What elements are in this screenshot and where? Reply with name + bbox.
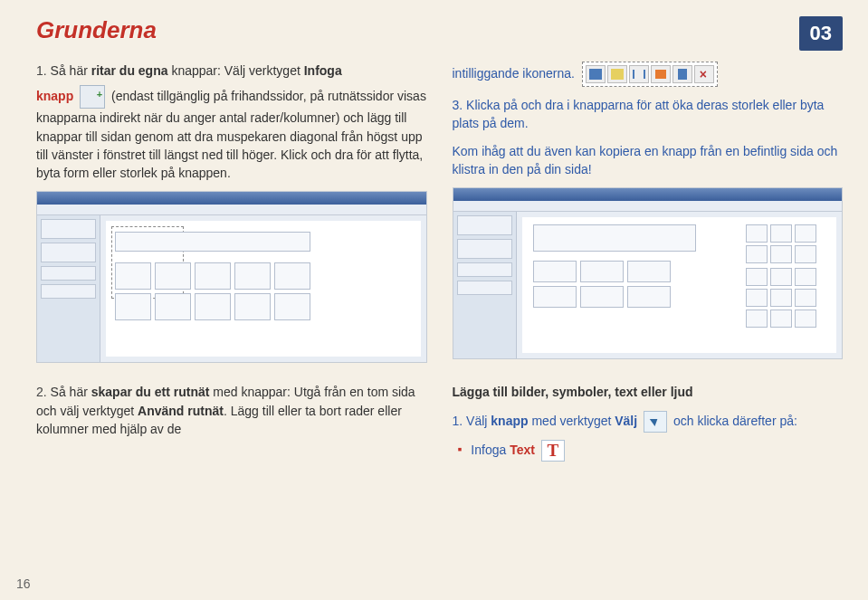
layout-cell	[533, 224, 696, 252]
text: Välj	[466, 413, 491, 427]
tool-keyword: knapp	[36, 89, 73, 103]
text: med verktyget	[529, 413, 615, 427]
editor-canvas	[106, 221, 421, 357]
sidebar-panel	[41, 219, 96, 239]
text-tool-icon: T	[541, 440, 565, 462]
page-number: 16	[16, 576, 31, 591]
step-number: 1.	[453, 413, 463, 427]
chapter-badge: 03	[799, 16, 843, 51]
bullet-icon: ▪	[458, 442, 463, 456]
toolbar-icon	[607, 65, 627, 83]
sidebar-panel	[457, 215, 512, 235]
left-column: 1. Så här ritar du egna knappar: Välj ve…	[36, 62, 427, 363]
keyword: Text	[510, 442, 535, 456]
lower-right-column: Lägga till bilder, symboler, text eller …	[453, 383, 844, 466]
step-number: 2.	[36, 385, 47, 399]
text: knappar: Välj verktyget	[168, 63, 304, 78]
step-1-heading: 1. Så här ritar du egna knappar: Välj ve…	[36, 62, 427, 80]
insert-button-icon	[80, 85, 105, 109]
tool-name: Infoga	[304, 63, 342, 78]
window-menubar	[453, 201, 843, 212]
sidebar-panel	[41, 243, 96, 262]
note-text: Kom ihåg att du även kan kopiera en knap…	[453, 142, 844, 179]
screenshot-editor-1	[36, 191, 427, 363]
text: Infoga	[471, 442, 510, 456]
window-titlebar	[453, 188, 843, 201]
subsection-heading: Lägga till bilder, symboler, text eller …	[453, 383, 844, 401]
tool-name: Välj	[615, 413, 637, 427]
window-titlebar	[37, 192, 426, 205]
toolbar-icon	[694, 65, 714, 83]
text: och klicka därefter på:	[673, 413, 797, 427]
section-title: Grunderna	[36, 16, 157, 44]
tool-name: Använd rutnät	[138, 404, 224, 418]
step-number: 1.	[36, 63, 47, 78]
editor-sidebar	[37, 215, 100, 362]
editor-sidebar	[453, 212, 517, 358]
step-3: 3. Klicka på och dra i knapparna för att…	[453, 96, 844, 133]
lower-left-column: 2. Så här skapar du ett rutnät med knapp…	[36, 383, 427, 466]
bullet-item: ▪ Infoga Text T	[453, 440, 844, 462]
right-column: intilliggande ikonerna. 3. Klicka på och…	[453, 62, 844, 363]
step-2: 2. Så här skapar du ett rutnät med knapp…	[36, 383, 427, 438]
sidebar-panel	[457, 262, 512, 277]
sidebar-panel	[457, 239, 512, 259]
keyword: knapp	[491, 413, 528, 427]
text-bold: skapar du ett rutnät	[91, 385, 210, 399]
step-1-select: 1. Välj knapp med verktyget Välj och kli…	[453, 411, 844, 433]
toolbar-icon	[672, 65, 692, 83]
screenshot-editor-2	[453, 187, 844, 359]
sidebar-panel	[41, 266, 96, 281]
sidebar-panel	[457, 281, 512, 295]
layout-grid	[746, 224, 816, 263]
layout-grid	[746, 268, 816, 328]
layout-grid	[533, 261, 671, 308]
select-tool-icon	[644, 411, 667, 433]
button-grid	[115, 232, 310, 320]
text: Så här	[51, 385, 91, 399]
step-1-body: knapp (endast tillgänglig på frihandssid…	[36, 85, 427, 182]
window-menubar	[37, 205, 426, 215]
step-number: 3.	[453, 98, 463, 112]
toolbar-icon	[629, 65, 649, 83]
toolbar-icon	[651, 65, 671, 83]
editor-canvas	[522, 217, 837, 353]
text-bold: ritar du egna	[91, 63, 168, 78]
sidebar-panel	[41, 284, 96, 299]
text: Så här	[51, 63, 91, 78]
text: Klicka på och dra i knapparna för att ök…	[453, 98, 825, 130]
toolbar-icon	[586, 65, 606, 83]
text-fragment: intilliggande ikonerna.	[453, 62, 844, 87]
text: intilliggande ikonerna.	[453, 66, 575, 81]
toolbar-icon-group	[582, 62, 718, 87]
